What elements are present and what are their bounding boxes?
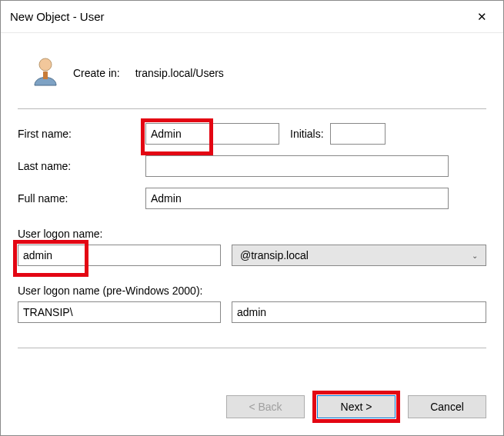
- logon-row: @transip.local ⌄: [18, 245, 486, 266]
- button-row: < Back Next > Cancel: [1, 395, 503, 435]
- create-in-label: Create in:: [73, 67, 120, 79]
- last-name-row: Last name:: [18, 155, 486, 177]
- logon-section: User logon name: @transip.local ⌄: [18, 220, 486, 266]
- domain-suffix-value: @transip.local: [240, 249, 309, 261]
- close-button[interactable]: ✕: [460, 1, 503, 33]
- svg-point-0: [39, 58, 52, 71]
- logon-label: User logon name:: [18, 228, 486, 240]
- pre2k-row: [18, 301, 486, 323]
- create-in-row: Create in: transip.local/Users: [28, 55, 486, 92]
- pre2k-user-input[interactable]: [232, 301, 486, 323]
- form: First name: Initials: Last name: Full na…: [18, 123, 486, 323]
- titlebar: New Object - User ✕: [1, 1, 503, 33]
- dialog-window: New Object - User ✕ Create in: transip.l…: [0, 0, 504, 436]
- logon-name-input[interactable]: [18, 245, 221, 266]
- first-name-label: First name:: [18, 128, 145, 140]
- divider: [18, 108, 486, 109]
- full-name-label: Full name:: [18, 192, 145, 205]
- domain-suffix-dropdown[interactable]: @transip.local ⌄: [232, 245, 486, 266]
- full-name-input[interactable]: [145, 188, 449, 209]
- window-title: New Object - User: [10, 10, 105, 23]
- pre2k-label: User logon name (pre-Windows 2000):: [18, 285, 486, 297]
- divider-bottom: [18, 348, 486, 348]
- cancel-button[interactable]: Cancel: [408, 395, 486, 418]
- initials-input[interactable]: [330, 123, 386, 145]
- initials-label: Initials:: [290, 128, 324, 140]
- user-icon: [28, 55, 62, 92]
- chevron-down-icon: ⌄: [472, 251, 478, 260]
- svg-rect-1: [43, 72, 48, 79]
- next-button[interactable]: Next >: [317, 395, 396, 418]
- pre2k-domain-input[interactable]: [18, 301, 221, 323]
- last-name-input[interactable]: [145, 155, 449, 177]
- dialog-content: Create in: transip.local/Users First nam…: [1, 33, 503, 395]
- last-name-label: Last name:: [18, 160, 145, 172]
- close-icon: ✕: [477, 10, 487, 24]
- full-name-row: Full name:: [18, 188, 486, 209]
- back-button: < Back: [226, 395, 305, 418]
- pre2k-section: User logon name (pre-Windows 2000):: [18, 277, 486, 323]
- first-name-row: First name: Initials:: [18, 123, 486, 145]
- create-in-path: transip.local/Users: [135, 67, 224, 79]
- first-name-input[interactable]: [145, 123, 279, 145]
